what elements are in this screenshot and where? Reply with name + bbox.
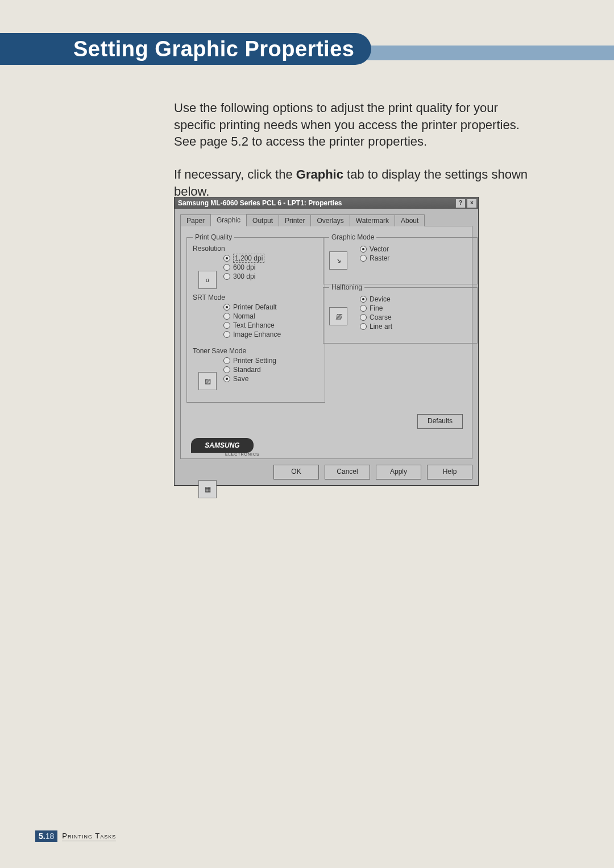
properties-dialog: Samsung ML-6060 Series PCL 6 - LPT1: Pro… (174, 197, 479, 486)
page-number: 18 (45, 832, 55, 841)
radio-toner-printer-setting-label: Printer Setting (233, 357, 276, 365)
ok-button[interactable]: OK (273, 465, 319, 480)
print-quality-group: Print Quality Resolution a 1,200 dpi 600… (186, 233, 325, 403)
radio-ht-device[interactable]: Device (360, 295, 471, 304)
radio-toner-save[interactable]: Save (223, 374, 319, 383)
radio-toner-standard[interactable]: Standard (223, 365, 319, 374)
radio-ht-lineart[interactable]: Line art (360, 322, 471, 331)
intro2-pre: If necessary, click the (174, 167, 296, 181)
help-icon[interactable]: ? (455, 199, 466, 208)
radio-ht-coarse-label: Coarse (370, 313, 392, 321)
radio-srt-printer-default[interactable]: Printer Default (223, 303, 319, 312)
tab-strip: Paper Graphic Output Printer Overlays Wa… (180, 213, 472, 226)
page-heading-band: Setting Graphic Properties (0, 33, 614, 73)
radio-vector[interactable]: Vector (360, 245, 471, 254)
tab-printer[interactable]: Printer (279, 214, 311, 226)
radio-toner-printer-setting[interactable]: Printer Setting (223, 356, 319, 365)
tab-overlays[interactable]: Overlays (310, 214, 350, 226)
samsung-logo-sub: ELECTRONICS (225, 452, 260, 456)
tab-graphic[interactable]: Graphic (210, 214, 247, 226)
intro2-bold: Graphic (296, 167, 343, 181)
radio-ht-coarse[interactable]: Coarse (360, 313, 471, 322)
intro-paragraph-1: Use the following options to adjust the … (174, 100, 538, 150)
graphic-tab-panel: Print Quality Resolution a 1,200 dpi 600… (180, 226, 472, 459)
apply-button[interactable]: Apply (376, 465, 421, 480)
radio-srt-normal-label: Normal (233, 312, 255, 320)
radio-ht-lineart-label: Line art (370, 323, 392, 330)
footer-section-name: Printing Tasks (62, 832, 116, 841)
radio-600dpi-label: 600 dpi (233, 263, 255, 271)
radio-toner-save-label: Save (233, 375, 248, 383)
radio-ht-device-label: Device (370, 295, 391, 303)
radio-srt-text-enhance-label: Text Enhance (233, 321, 275, 329)
srt-mode-label: SRT Mode (193, 294, 319, 301)
tab-output[interactable]: Output (246, 214, 279, 226)
dialog-titlebar: Samsung ML-6060 Series PCL 6 - LPT1: Pro… (175, 197, 478, 209)
radio-1200dpi-label: 1,200 dpi (233, 254, 264, 263)
defaults-button[interactable]: Defaults (417, 414, 463, 429)
tab-watermark[interactable]: Watermark (350, 214, 395, 226)
radio-srt-image-enhance-label: Image Enhance (233, 330, 281, 338)
radio-ht-fine[interactable]: Fine (360, 304, 471, 313)
radio-toner-standard-label: Standard (233, 366, 261, 374)
tab-paper[interactable]: Paper (180, 214, 211, 226)
radio-srt-text-enhance[interactable]: Text Enhance (223, 321, 319, 330)
print-quality-legend: Print Quality (193, 233, 234, 241)
graphic-mode-icon: ↘ (329, 251, 347, 270)
toner-icon: ▦ (198, 480, 217, 498)
page-footer: 5.18 Printing Tasks (35, 830, 116, 842)
graphic-mode-legend: Graphic Mode (329, 233, 376, 241)
page-number-badge: 5.18 (35, 830, 57, 842)
radio-raster[interactable]: Raster (360, 254, 471, 263)
dialog-button-row: OK Cancel Apply Help (180, 465, 472, 480)
cancel-button[interactable]: Cancel (325, 465, 370, 480)
radio-srt-normal[interactable]: Normal (223, 312, 319, 321)
radio-300dpi[interactable]: 300 dpi (223, 272, 319, 281)
resolution-label: Resolution (193, 245, 319, 253)
help-button[interactable]: Help (427, 465, 472, 480)
toner-save-label: Toner Save Mode (193, 347, 319, 355)
radio-300dpi-label: 300 dpi (233, 272, 255, 280)
chapter-number: 5. (39, 832, 45, 841)
dialog-title: Samsung ML-6060 Series PCL 6 - LPT1: Pro… (178, 199, 342, 207)
radio-1200dpi[interactable]: 1,200 dpi (223, 254, 319, 263)
radio-vector-label: Vector (370, 245, 389, 253)
tab-about[interactable]: About (395, 214, 425, 226)
radio-srt-printer-default-label: Printer Default (233, 303, 277, 311)
samsung-logo: SAMSUNG (191, 438, 254, 453)
radio-raster-label: Raster (370, 254, 389, 262)
graphic-mode-group: Graphic Mode ↘ Vector Raster (323, 233, 478, 284)
close-icon[interactable]: × (467, 199, 477, 208)
radio-600dpi[interactable]: 600 dpi (223, 263, 319, 272)
resolution-icon: a (198, 271, 217, 289)
radio-srt-image-enhance[interactable]: Image Enhance (223, 330, 319, 339)
intro-paragraph-2: If necessary, click the Graphic tab to d… (174, 166, 538, 200)
halftoning-group: Halftoning ▥ Device Fine Coarse Line art (323, 283, 478, 344)
radio-ht-fine-label: Fine (370, 304, 383, 312)
page-title: Setting Graphic Properties (60, 33, 371, 65)
halftoning-legend: Halftoning (329, 283, 364, 291)
halftoning-icon: ▥ (329, 307, 347, 325)
